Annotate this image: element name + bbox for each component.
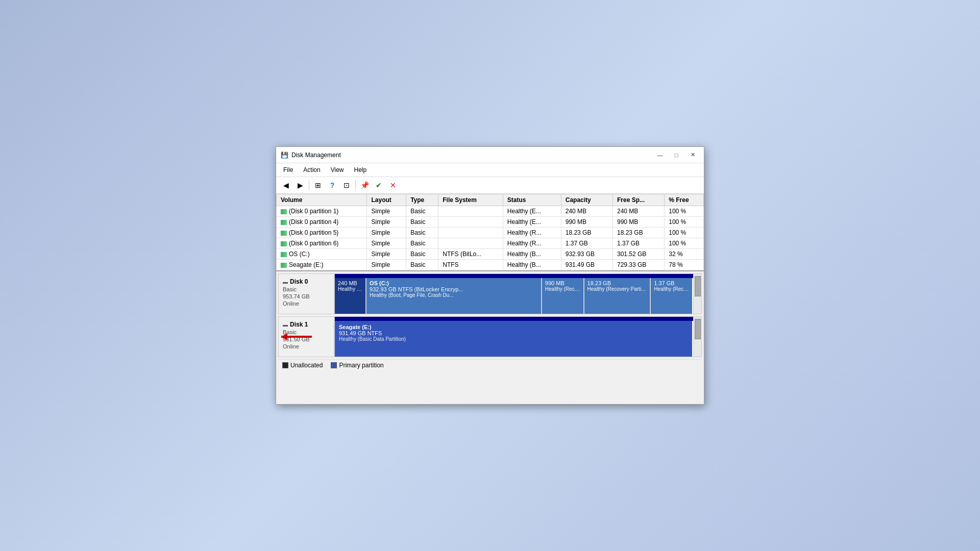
window-icon: 💾: [280, 151, 288, 159]
disk0-row: ▬ Disk 0 Basic 953.74 GB Online 240 MB: [278, 273, 702, 314]
desktop: 💾 Disk Management — □ ✕ File Action View…: [0, 0, 980, 551]
cell-volume: (Disk 0 partition 4): [277, 217, 367, 228]
legend-box-primary: [331, 362, 337, 368]
col-pct: % Free: [665, 194, 704, 206]
disk0-scrollbar[interactable]: [693, 274, 701, 314]
cell-status: Healthy (R...: [503, 238, 561, 249]
disk1-parts-row: Seagate (E:) 931.49 GB NTFS Healthy (Bas…: [335, 321, 693, 357]
disk1-scrollbar[interactable]: [693, 317, 701, 357]
cell-volume: (Disk 0 partition 1): [277, 206, 367, 217]
cell-filesystem: NTFS: [438, 260, 503, 270]
toolbar-grid[interactable]: ⊞: [311, 179, 325, 191]
cell-free: 240 MB: [612, 206, 664, 217]
legend-label-unallocated: Unallocated: [290, 362, 323, 369]
toolbar: ◀ ▶ ⊞ ? ⊡ 📌 ✔ ✕: [276, 177, 704, 194]
col-status: Status: [503, 194, 561, 206]
maximize-button[interactable]: □: [669, 150, 683, 160]
legend-box-unallocated: [282, 362, 288, 368]
cell-filesystem: NTFS (BitLo...: [438, 249, 503, 260]
col-capacity: Capacity: [561, 194, 612, 206]
disk0-part5[interactable]: 1.37 GB Healthy (Recover...: [651, 278, 693, 314]
cell-pct: 100 %: [665, 228, 704, 238]
disk1-size: 931.50 GB: [283, 336, 330, 342]
disk0-part1[interactable]: 240 MB Healthy (EF...: [335, 278, 366, 314]
table-row[interactable]: (Disk 0 partition 5)SimpleBasicHealthy (…: [277, 228, 704, 238]
disk0-part3[interactable]: 990 MB Healthy (Recov...: [542, 278, 584, 314]
disk0-status: Online: [283, 300, 330, 307]
cell-layout: Simple: [367, 238, 406, 249]
disk0-part4[interactable]: 18.23 GB Healthy (Recovery Parti...: [584, 278, 651, 314]
cell-filesystem: [438, 238, 503, 249]
scrollbar-thumb: [695, 276, 701, 296]
volume-icon: [281, 263, 287, 268]
volume-icon: [281, 241, 287, 246]
table-row[interactable]: Seagate (E:)SimpleBasicNTFSHealthy (B...…: [277, 260, 704, 270]
cell-pct: 100 %: [665, 206, 704, 217]
table-row[interactable]: (Disk 0 partition 6)SimpleBasicHealthy (…: [277, 238, 704, 249]
menu-view[interactable]: View: [326, 164, 349, 176]
cell-free: 18.23 GB: [612, 228, 664, 238]
toolbar-check[interactable]: ✔: [372, 179, 385, 191]
disk0-type: Basic: [283, 286, 330, 292]
cell-pct: 100 %: [665, 217, 704, 228]
cell-pct: 78 %: [665, 260, 704, 270]
cell-layout: Simple: [367, 228, 406, 238]
disk0-parts-row: 240 MB Healthy (EF... OS (C:) 932.93 GB …: [335, 278, 693, 314]
upper-panel: Volume Layout Type File System Status Ca…: [276, 194, 704, 271]
cell-free: 301.52 GB: [612, 249, 664, 260]
cell-status: Healthy (E...: [503, 217, 561, 228]
toolbar-pin[interactable]: 📌: [358, 179, 371, 191]
toolbar-separator-2: [355, 180, 356, 190]
volumes-table: Volume Layout Type File System Status Ca…: [276, 194, 704, 270]
cell-filesystem: [438, 206, 503, 217]
window-title: Disk Management: [291, 152, 341, 159]
toolbar-separator-1: [309, 180, 309, 190]
legend-unallocated: Unallocated: [282, 362, 323, 369]
close-button[interactable]: ✕: [685, 150, 700, 160]
cell-type: Basic: [406, 260, 438, 270]
col-layout: Layout: [367, 194, 406, 206]
cell-status: Healthy (R...: [503, 228, 561, 238]
cell-type: Basic: [406, 228, 438, 238]
legend-label-primary: Primary partition: [339, 362, 383, 369]
cell-capacity: 932.93 GB: [561, 249, 612, 260]
disk1-status: Online: [283, 343, 330, 349]
cell-layout: Simple: [367, 206, 406, 217]
cell-capacity: 931.49 GB: [561, 260, 612, 270]
cell-free: 1.37 GB: [612, 238, 664, 249]
cell-pct: 100 %: [665, 238, 704, 249]
toolbar-help[interactable]: ?: [326, 179, 339, 191]
cell-layout: Simple: [367, 260, 406, 270]
cell-layout: Simple: [367, 249, 406, 260]
cell-filesystem: [438, 217, 503, 228]
legend-primary: Primary partition: [331, 362, 383, 369]
disk1-info: ▬ Disk 1 Basic 931.50 GB Online: [279, 317, 335, 357]
table-row[interactable]: (Disk 0 partition 4)SimpleBasicHealthy (…: [277, 217, 704, 228]
toolbar-forward[interactable]: ▶: [293, 179, 307, 191]
toolbar-back[interactable]: ◀: [279, 179, 292, 191]
col-filesystem: File System: [438, 194, 503, 206]
disk-management-window: 💾 Disk Management — □ ✕ File Action View…: [276, 146, 704, 405]
disk1-type: Basic: [283, 329, 330, 335]
table-row[interactable]: (Disk 0 partition 1)SimpleBasicHealthy (…: [277, 206, 704, 217]
table-row[interactable]: OS (C:)SimpleBasicNTFS (BitLo...Healthy …: [277, 249, 704, 260]
disk0-part-os[interactable]: OS (C:) 932.93 GB NTFS (BitLocker Encryp…: [366, 278, 542, 314]
toolbar-view[interactable]: ⊡: [340, 179, 353, 191]
disk1-header-bar: [335, 317, 693, 321]
menu-file[interactable]: File: [278, 164, 298, 176]
disk0-size: 953.74 GB: [283, 293, 330, 299]
col-free: Free Sp...: [612, 194, 664, 206]
menu-action[interactable]: Action: [298, 164, 325, 176]
disk1-seagate-part[interactable]: Seagate (E:) 931.49 GB NTFS Healthy (Bas…: [335, 321, 693, 357]
cell-type: Basic: [406, 238, 438, 249]
menu-help[interactable]: Help: [349, 164, 372, 176]
minimize-button[interactable]: —: [653, 150, 667, 160]
volume-icon: [281, 209, 287, 214]
volume-icon: [281, 231, 287, 236]
title-left: 💾 Disk Management: [280, 151, 341, 159]
disk0-partitions: 240 MB Healthy (EF... OS (C:) 932.93 GB …: [335, 274, 693, 314]
volume-icon: [281, 220, 287, 225]
toolbar-x[interactable]: ✕: [386, 179, 400, 191]
title-bar: 💾 Disk Management — □ ✕: [276, 147, 704, 163]
scrollbar-thumb-1: [695, 319, 701, 339]
